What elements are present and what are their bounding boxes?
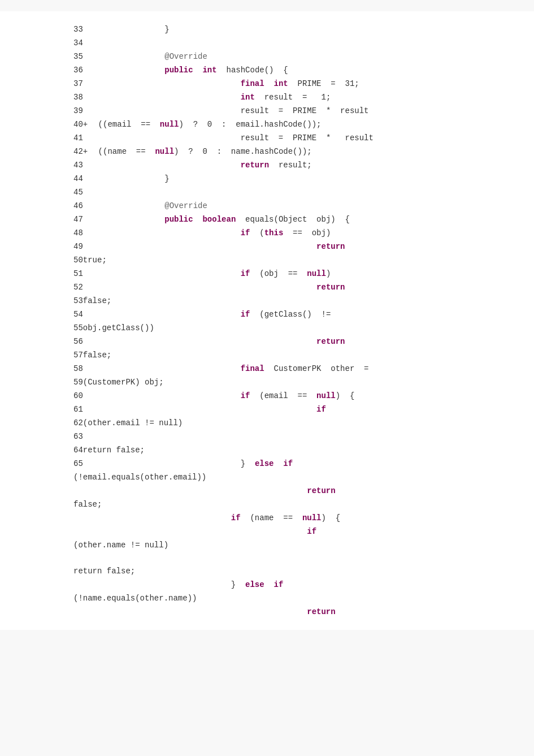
line-number: 45 xyxy=(0,186,89,198)
line-content: @Override xyxy=(89,50,534,63)
line-content: } xyxy=(89,23,534,36)
line-content: return xyxy=(89,335,534,348)
code-line: 54 if (getClass() != xyxy=(0,308,534,321)
line-number: 44 xyxy=(0,172,89,185)
line-number: 53false; xyxy=(0,295,117,307)
code-line: if xyxy=(0,525,534,538)
code-line: 38 int result = 1; xyxy=(0,90,534,104)
line-number: 40+ xyxy=(0,118,93,131)
code-line: 56 return xyxy=(0,335,534,348)
line-content: } else if xyxy=(79,578,534,591)
line-content: return result; xyxy=(89,159,534,171)
code-line: 44 } xyxy=(0,172,534,185)
code-line: return xyxy=(0,484,534,498)
line-number: (other.name != null) xyxy=(0,539,174,551)
code-line: 64return false; xyxy=(0,443,534,457)
line-content: ((email == null) ? 0 : email.hashCode())… xyxy=(93,118,534,131)
line-content: final int PRIME = 31; xyxy=(89,77,534,90)
line-content: public int hashCode() { xyxy=(89,64,534,76)
line-number: 43 xyxy=(0,159,89,171)
line-number: 64return false; xyxy=(0,444,150,456)
line-content: if (name == null) { xyxy=(79,512,534,524)
code-line: 34 xyxy=(0,36,534,50)
line-number: 33 xyxy=(0,23,89,36)
line-content: if (email == null) { xyxy=(89,390,534,402)
line-content: final CustomerPK other = xyxy=(89,362,534,375)
code-line: 59(CustomerPK) obj; xyxy=(0,375,534,389)
code-container: 33 } 34 35 @Override 36 public int hashC… xyxy=(0,11,534,630)
line-number: 61 xyxy=(0,403,89,416)
line-number: 63 xyxy=(0,430,89,443)
line-number: 52 xyxy=(0,281,89,293)
code-line: 65 } else if xyxy=(0,457,534,470)
code-line: 36 public int hashCode() { xyxy=(0,63,534,77)
line-number: 62(other.email != null) xyxy=(0,417,188,429)
code-line: 47 public boolean equals(Object obj) { xyxy=(0,213,534,226)
line-content: public boolean equals(Object obj) { xyxy=(89,213,534,226)
line-content: ((name == null) ? 0 : name.hashCode()); xyxy=(93,145,534,158)
code-line: 58 final CustomerPK other = xyxy=(0,362,534,375)
line-number: 50true; xyxy=(0,254,112,266)
line-number: 39 xyxy=(0,105,89,117)
code-line: return false; xyxy=(0,564,534,578)
line-number: (!email.equals(other.email)) xyxy=(0,471,212,483)
line-content: if (this == obj) xyxy=(89,227,534,239)
code-line xyxy=(0,552,534,564)
line-number: 42+ xyxy=(0,145,93,158)
line-number: 65 xyxy=(0,457,89,470)
code-line: 52 return xyxy=(0,280,534,294)
code-line: 57false; xyxy=(0,348,534,362)
line-content: result = PRIME * result xyxy=(89,132,534,144)
line-number: return false; xyxy=(0,565,141,577)
line-number: 46 xyxy=(0,200,89,212)
code-line: (!name.equals(other.name)) xyxy=(0,591,534,605)
line-content: return xyxy=(79,485,534,497)
line-content: return xyxy=(89,240,534,253)
line-number: 51 xyxy=(0,267,89,280)
line-number: 56 xyxy=(0,335,89,348)
line-number: 37 xyxy=(0,77,89,90)
code-line: if (name == null) { xyxy=(0,511,534,525)
line-number: 47 xyxy=(0,213,89,226)
code-line: 53false; xyxy=(0,294,534,308)
line-number: (!name.equals(other.name)) xyxy=(0,592,202,604)
line-number: 54 xyxy=(0,308,89,321)
line-content: if (obj == null) xyxy=(89,267,534,280)
line-content: if xyxy=(79,525,534,538)
line-number: 57false; xyxy=(0,349,117,361)
code-line: 33 } xyxy=(0,23,534,36)
code-line: 39 result = PRIME * result xyxy=(0,104,534,118)
code-line: 41 result = PRIME * result xyxy=(0,131,534,145)
code-line: 51 if (obj == null) xyxy=(0,267,534,280)
code-line: 45 xyxy=(0,185,534,199)
code-line: 43 return result; xyxy=(0,158,534,172)
code-line: 61 if xyxy=(0,403,534,416)
code-line: (!email.equals(other.email)) xyxy=(0,470,534,484)
code-line: 35 @Override xyxy=(0,50,534,63)
line-number: 58 xyxy=(0,362,89,375)
line-content: return xyxy=(79,606,534,618)
code-line: 46 @Override xyxy=(0,199,534,213)
line-number: 36 xyxy=(0,64,89,76)
code-line: 40+ ((email == null) ? 0 : email.hashCod… xyxy=(0,118,534,131)
code-line: 62(other.email != null) xyxy=(0,416,534,430)
line-number: 41 xyxy=(0,132,89,144)
line-content: } xyxy=(89,172,534,185)
line-number: 34 xyxy=(0,37,89,49)
code-line: 63 xyxy=(0,430,534,443)
code-line: 55obj.getClass()) xyxy=(0,321,534,335)
line-number: false; xyxy=(0,498,107,511)
line-number: 38 xyxy=(0,91,89,103)
code-line: (other.name != null) xyxy=(0,538,534,552)
line-content: } else if xyxy=(89,457,534,470)
line-content: return xyxy=(89,281,534,293)
line-number: 49 xyxy=(0,240,89,253)
line-number: 55obj.getClass()) xyxy=(0,322,160,334)
code-line: 50true; xyxy=(0,253,534,267)
code-line: 37 final int PRIME = 31; xyxy=(0,77,534,90)
line-number: 35 xyxy=(0,50,89,63)
line-content: @Override xyxy=(89,200,534,212)
line-content: int result = 1; xyxy=(89,91,534,103)
code-line: } else if xyxy=(0,578,534,591)
code-line: return xyxy=(0,605,534,619)
